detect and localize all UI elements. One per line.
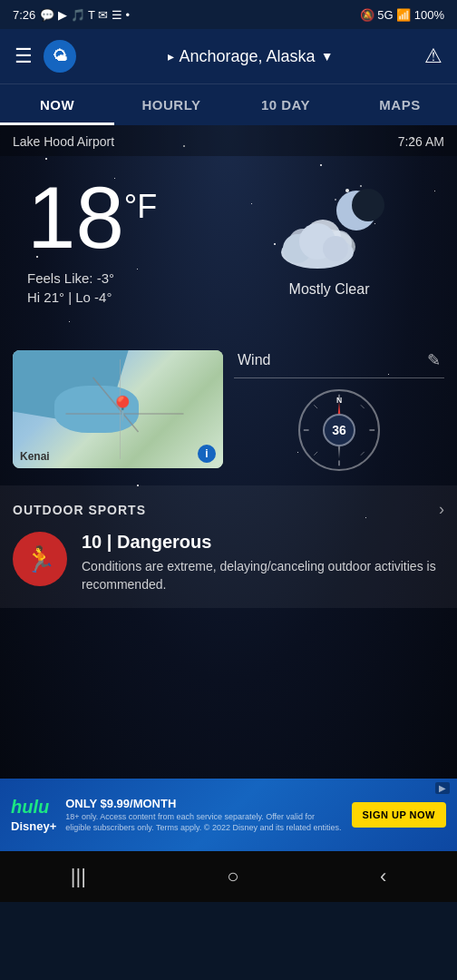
menu-icon[interactable]: ☰ (15, 44, 33, 68)
svg-line-22 (361, 405, 365, 408)
hi-lo: Hi 21° | Lo -4° (27, 289, 228, 305)
ad-disclaimer: 18+ only. Access content from each servi… (65, 812, 342, 833)
tab-10day[interactable]: 10 DAY (228, 84, 343, 125)
status-right-section: 🔕 5G 📶 100% (360, 8, 444, 22)
danger-text-section: 10 | Dangerous Conditions are extreme, d… (82, 532, 444, 593)
bottom-nav: ||| ○ ‹ (0, 851, 457, 902)
compass: N 36 (298, 389, 380, 471)
station-name: Lake Hood Airport (13, 134, 114, 149)
danger-description: Conditions are extreme, delaying/canceli… (82, 558, 444, 593)
status-icons-left: 💬 ▶ 🎵 T ✉ ☰ • (40, 8, 130, 22)
wind-speed: 36 (323, 414, 355, 446)
sign-up-button[interactable]: SIGN UP NOW (352, 802, 446, 828)
status-bar: 7:26 💬 ▶ 🎵 T ✉ ☰ • 🔕 5G 📶 100% (0, 0, 457, 29)
nav-tabs: NOW HOURLY 10 DAY MAPS (0, 83, 457, 125)
wind-divider (234, 377, 444, 378)
ad-text-section: ONLY $9.99/MONTH 18+ only. Access conten… (65, 797, 342, 833)
location-arrow-icon: ▸ (168, 49, 174, 64)
map-pin-icon: 📍 (108, 395, 137, 423)
status-time-section: 7:26 💬 ▶ 🎵 T ✉ ☰ • (13, 8, 130, 22)
compass-ring: N 36 (298, 389, 380, 471)
weather-icon-section: Mostly Clear (228, 181, 430, 298)
tab-maps[interactable]: MAPS (343, 84, 457, 125)
svg-line-23 (314, 452, 317, 456)
weather-condition-icon (270, 181, 388, 272)
runner-icon: 🏃 (24, 544, 56, 574)
nav-home-button[interactable]: ○ (227, 865, 238, 888)
svg-point-0 (345, 189, 349, 192)
feels-like: Feels Like: -3° (27, 270, 228, 286)
svg-point-5 (352, 189, 384, 221)
outdoor-sports-chevron-icon: › (439, 500, 444, 519)
tab-hourly[interactable]: HOURLY (114, 84, 228, 125)
temperature-section: 18°F Feels Like: -3° Hi 21° | Lo -4° (27, 174, 228, 305)
hulu-logo: hulu (11, 797, 56, 818)
wind-card: Wind ✎ (234, 350, 444, 471)
outdoor-sports-title: OUTDOOR SPORTS (13, 503, 146, 517)
temperature-value: 18 (27, 169, 124, 266)
outdoor-sports-content: 🏃 10 | Dangerous Conditions are extreme,… (13, 532, 444, 593)
map-wind-row: 📍 Kenai i Wind ✎ (13, 350, 444, 471)
svg-point-2 (360, 185, 362, 187)
svg-line-21 (314, 405, 317, 408)
location-selector[interactable]: ▸ Anchorage, Alaska ▼ (87, 47, 413, 66)
tab-now[interactable]: NOW (0, 84, 114, 125)
app-header: ☰ 🌤 ▸ Anchorage, Alaska ▼ ⚠ (0, 29, 457, 83)
weather-condition-text: Mostly Clear (289, 281, 370, 298)
cards-section: 📍 Kenai i Wind ✎ (0, 350, 457, 471)
nav-back-button[interactable]: ‹ (380, 865, 386, 888)
weather-main: 18°F Feels Like: -3° Hi 21° | Lo -4° (0, 156, 457, 314)
map-area-label: Kenai (20, 450, 50, 463)
disney-logo: Disney+ (11, 819, 56, 833)
station-bar: Lake Hood Airport 7:26 AM (0, 125, 457, 156)
wind-title: Wind (238, 352, 270, 368)
location-text: Anchorage, Alaska (180, 47, 316, 66)
danger-level: 10 | Dangerous (82, 532, 444, 553)
ad-logos: hulu Disney+ (11, 797, 56, 833)
wind-edit-icon[interactable]: ✎ (427, 350, 441, 370)
station-time: 7:26 AM (398, 134, 444, 149)
main-content: Lake Hood Airport 7:26 AM 18°F Feels Lik… (0, 125, 457, 779)
temperature-unit: °F (124, 188, 157, 225)
svg-line-24 (361, 452, 365, 456)
ad-banner: ▶ hulu Disney+ ONLY $9.99/MONTH 18+ only… (0, 779, 457, 851)
alert-icon[interactable]: ⚠ (424, 44, 442, 68)
ad-price: ONLY $9.99/MONTH (65, 797, 342, 810)
nav-recents-button[interactable]: ||| (71, 865, 86, 888)
location-caret-icon: ▼ (321, 49, 334, 64)
outdoor-sports-section[interactable]: OUTDOOR SPORTS › 🏃 10 | Dangerous Condit… (0, 485, 457, 608)
map-info-button[interactable]: i (198, 445, 216, 463)
map-card[interactable]: 📍 Kenai i (13, 350, 223, 468)
svg-point-13 (323, 236, 348, 261)
danger-icon: 🏃 (13, 532, 67, 586)
svg-point-3 (335, 199, 336, 201)
outdoor-sports-header: OUTDOOR SPORTS › (13, 500, 444, 519)
app-logo: 🌤 (44, 40, 76, 73)
status-time: 7:26 (13, 8, 35, 22)
temperature-display: 18°F (27, 174, 228, 261)
wind-header: Wind ✎ (234, 350, 444, 370)
ad-label: ▶ (435, 782, 450, 794)
status-right-icons: 🔕 5G 📶 100% (360, 8, 444, 22)
